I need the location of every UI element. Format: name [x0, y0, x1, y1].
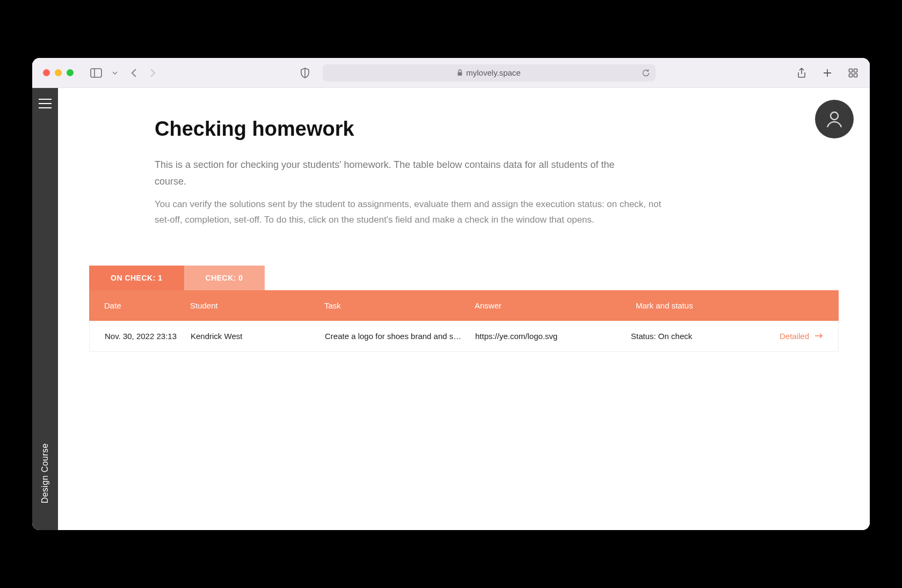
- col-header-student: Student: [190, 301, 324, 310]
- tab-check[interactable]: CHECK: 0: [184, 266, 265, 290]
- close-window-button[interactable]: [43, 69, 50, 76]
- svg-rect-9: [854, 74, 857, 77]
- forward-button[interactable]: [148, 67, 157, 79]
- content-area: Design Course Checking homework This is …: [32, 88, 870, 530]
- lock-icon: [457, 69, 463, 76]
- svg-rect-0: [91, 69, 101, 77]
- homework-table: Date Student Task Answer Mark and status…: [89, 290, 839, 352]
- svg-rect-8: [849, 74, 853, 77]
- page-header: Checking homework This is a section for …: [58, 117, 870, 228]
- chevron-down-icon[interactable]: [110, 67, 120, 79]
- col-header-answer: Answer: [475, 301, 630, 310]
- tab-on-check[interactable]: ON CHECK: 1: [89, 266, 184, 290]
- detailed-label: Detailed: [780, 332, 809, 341]
- page-description-1: This is a section for checking your stud…: [155, 157, 638, 189]
- browser-window: mylovely.space Design Course: [32, 58, 870, 530]
- page-title: Checking homework: [155, 117, 773, 141]
- shield-icon[interactable]: [298, 68, 312, 78]
- main-content: Checking homework This is a section for …: [58, 88, 870, 530]
- traffic-lights: [43, 69, 74, 76]
- avatar[interactable]: [815, 100, 854, 138]
- sidebar-course-label[interactable]: Design Course: [40, 443, 50, 503]
- browser-toolbar: mylovely.space: [32, 58, 870, 88]
- table-row[interactable]: Nov. 30, 2022 23:13 Kendrick West Create…: [89, 321, 839, 352]
- col-header-mark: Mark and status: [630, 301, 824, 310]
- tabs: ON CHECK: 1 CHECK: 0: [58, 266, 870, 290]
- maximize-window-button[interactable]: [67, 69, 74, 76]
- svg-rect-6: [849, 69, 853, 72]
- arrow-right-icon: [814, 333, 823, 339]
- share-icon[interactable]: [796, 67, 808, 79]
- left-sidebar: Design Course: [32, 88, 58, 530]
- svg-rect-3: [458, 72, 462, 76]
- reload-icon[interactable]: [642, 69, 650, 77]
- toolbar-right: [796, 67, 859, 79]
- detailed-link[interactable]: Detailed: [780, 332, 823, 341]
- cell-status: Status: On check: [631, 332, 760, 341]
- cell-date: Nov. 30, 2022 23:13: [105, 332, 191, 341]
- nav-arrows: [129, 67, 157, 79]
- svg-rect-7: [854, 69, 857, 72]
- url-bar[interactable]: mylovely.space: [323, 64, 656, 82]
- tabs-overview-icon[interactable]: [847, 67, 859, 79]
- table-header: Date Student Task Answer Mark and status: [89, 290, 839, 321]
- page-description-2: You can verify the solutions sent by the…: [155, 197, 665, 228]
- hamburger-icon[interactable]: [38, 98, 53, 112]
- back-button[interactable]: [129, 67, 139, 79]
- col-header-date: Date: [104, 301, 190, 310]
- url-text: mylovely.space: [466, 68, 520, 77]
- cell-student: Kendrick West: [191, 332, 325, 341]
- col-header-task: Task: [324, 301, 475, 310]
- cell-answer: https://ye.com/logo.svg: [475, 332, 631, 341]
- sidebar-toggle-icon[interactable]: [88, 66, 105, 80]
- minimize-window-button[interactable]: [55, 69, 62, 76]
- svg-point-13: [831, 112, 838, 120]
- new-tab-icon[interactable]: [821, 67, 833, 79]
- cell-task: Create a logo for shoes brand and s…: [325, 332, 475, 341]
